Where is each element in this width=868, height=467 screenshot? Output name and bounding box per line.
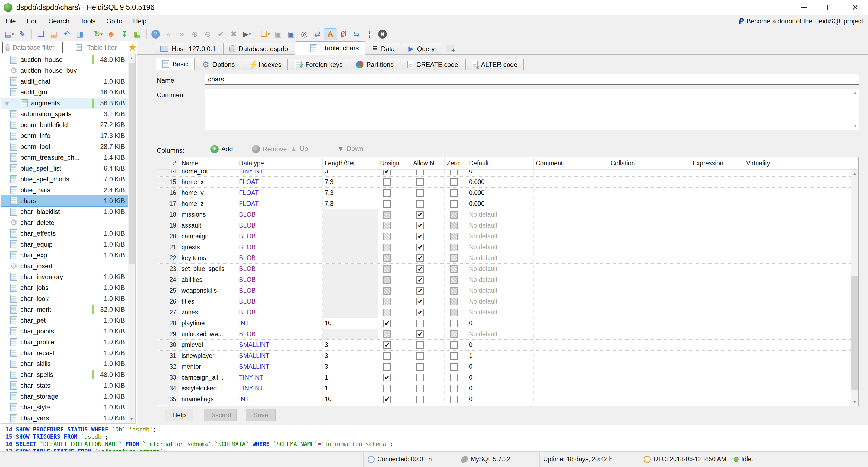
zerofill-checkbox[interactable] [450,287,458,295]
datatype-cell[interactable]: TINYINT [237,383,322,394]
tree-scroll-thumb[interactable] [129,63,135,264]
table-list-item[interactable]: ★ blue_traits 2.4 KiB [1,185,128,196]
unsigned-checkbox[interactable] [383,265,391,273]
zerofill-checkbox[interactable] [450,374,458,381]
default-cell[interactable]: No default [467,253,533,263]
unsigned-checkbox[interactable] [383,298,391,305]
grid-scroll-thumb[interactable] [851,275,858,390]
table-list-item[interactable]: ★ char_spells 48.0 KiB [1,369,128,380]
column-name-cell[interactable]: abilities [179,274,237,285]
unsigned-checkbox[interactable] [383,330,391,338]
expression-cell[interactable] [690,372,744,383]
datatype-cell[interactable]: SMALLINT [237,361,322,372]
unsigned-checkbox[interactable] [383,222,391,229]
length-cell[interactable] [322,285,378,296]
expression-cell[interactable] [690,318,744,328]
tab-data[interactable]: Data [366,43,401,54]
allow-null-checkbox[interactable] [416,178,424,186]
virtuality-cell[interactable] [744,231,797,242]
maximize-button[interactable] [817,0,842,15]
comment-cell[interactable] [533,329,609,340]
menu-search[interactable]: Search [43,15,75,27]
virtuality-cell[interactable] [744,372,797,383]
length-cell[interactable]: 3 [322,351,378,361]
move-down-button[interactable]: ▼ Down [337,145,363,153]
length-cell[interactable] [322,329,378,340]
collation-cell[interactable] [609,383,690,394]
cancel-changes-icon[interactable]: ✖ ▾ [227,28,240,40]
table-list-item[interactable]: ★ audit_chat 1.0 KiB [1,76,128,87]
new-query-tab-button[interactable] [446,45,454,52]
allow-null-checkbox[interactable] [416,287,424,295]
length-cell[interactable] [322,307,378,318]
length-cell[interactable] [322,253,378,263]
zerofill-checkbox[interactable] [450,255,458,262]
tab-options[interactable]: Options [196,59,241,70]
expression-cell[interactable] [690,383,744,394]
unsigned-checkbox[interactable] [383,396,391,403]
default-cell[interactable]: No default [467,242,533,253]
menu-edit[interactable]: Edit [22,15,43,27]
column-name-cell[interactable]: mentor [179,361,237,372]
zerofill-checkbox[interactable] [450,211,458,218]
length-cell[interactable]: 10 [322,318,378,328]
table-list-item[interactable]: ★ char_jobs 1.0 KiB [1,282,128,293]
virtuality-cell[interactable] [744,170,797,176]
zerofill-checkbox[interactable] [450,233,458,240]
zerofill-checkbox[interactable] [450,298,458,305]
help-button[interactable]: Help [165,409,193,421]
unsigned-checkbox[interactable] [383,363,391,371]
allow-null-checkbox[interactable] [416,330,424,338]
tab-query[interactable]: Query [402,43,441,54]
comment-cell[interactable] [533,351,609,361]
zerofill-checkbox[interactable] [450,178,458,186]
unsigned-checkbox[interactable] [383,243,391,251]
datatype-cell[interactable]: BLOB [237,253,322,263]
default-cell[interactable]: 0.000 [467,187,533,198]
menu-file[interactable]: File [0,15,22,27]
collation-cell[interactable] [609,361,690,372]
virtuality-cell[interactable] [744,253,797,263]
allow-null-checkbox[interactable] [416,385,424,392]
virtuality-cell[interactable] [744,383,797,394]
table-list-item[interactable]: ★ blue_spell_list 6.4 KiB [1,163,128,174]
expression-cell[interactable] [690,296,744,307]
length-cell[interactable] [322,220,378,231]
collation-cell[interactable] [609,394,690,405]
unsigned-checkbox[interactable] [383,178,391,186]
column-name-cell[interactable]: home_y [179,187,237,198]
save-as-icon[interactable]: ▣ ▾ [285,28,298,40]
tree-scrollbar[interactable]: ▲ ▼ [128,54,135,423]
table-list-item[interactable]: ★ char_look 1.0 KiB [1,293,128,304]
paste-icon[interactable]: ▤ ▾ [47,28,60,40]
datatype-cell[interactable]: BLOB [237,307,322,318]
comment-cell[interactable] [533,274,609,285]
length-cell[interactable]: 10 [322,394,378,405]
collation-cell[interactable] [609,285,690,296]
datatype-cell[interactable]: TINYINT [237,170,322,176]
last-record-icon[interactable]: » ▾ [175,28,188,40]
virtuality-cell[interactable] [744,199,797,209]
allow-null-checkbox[interactable] [416,189,424,197]
allow-null-checkbox[interactable] [416,341,424,349]
datatype-cell[interactable]: BLOB [237,220,322,231]
unsigned-checkbox[interactable] [383,309,391,316]
table-list-item[interactable]: ★ bcnm_loot 28.7 KiB [1,141,128,152]
table-list-item[interactable]: ★ char_blacklist 1.0 KiB [1,206,128,217]
allow-null-checkbox[interactable] [416,396,424,403]
print-icon[interactable]: ▥ ▾ [73,28,86,40]
default-cell[interactable]: 0 [467,361,533,372]
datatype-cell[interactable]: BLOB [237,296,322,307]
unsigned-checkbox[interactable] [383,374,391,381]
allow-null-checkbox[interactable] [416,233,424,240]
collation-cell[interactable] [609,274,690,285]
collation-cell[interactable] [609,264,690,274]
undo-icon[interactable]: ↶ ▾ [60,28,73,40]
highlight-word-icon[interactable]: A ▾ [324,28,337,40]
default-cell[interactable]: 0 [467,372,533,383]
virtuality-cell[interactable] [744,187,797,198]
menu-tools[interactable]: Tools [75,15,101,27]
column-name-cell[interactable]: campaign [179,231,237,242]
column-name-cell[interactable]: home_z [179,199,237,209]
column-name-cell[interactable]: weaponskills [179,285,237,296]
